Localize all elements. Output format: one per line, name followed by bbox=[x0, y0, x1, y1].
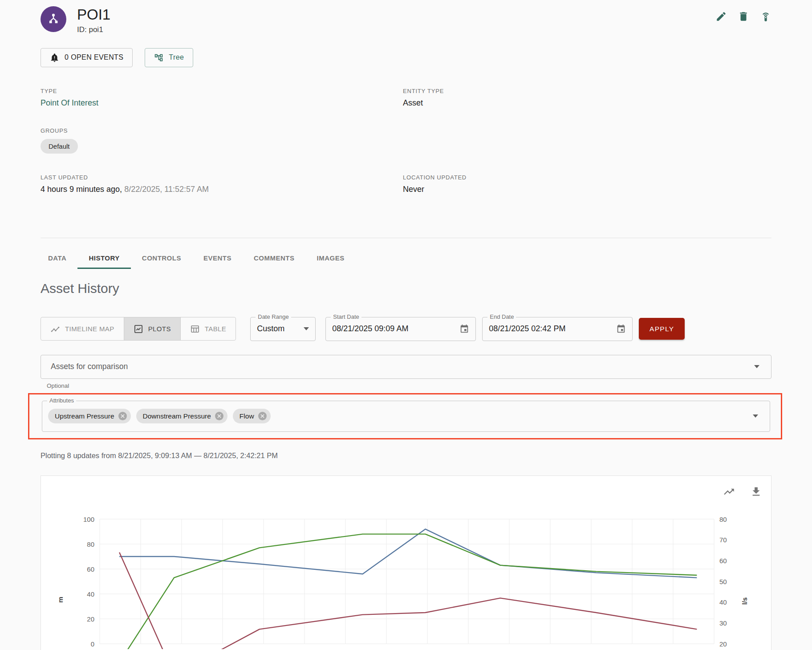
alert-bell-icon bbox=[50, 53, 59, 62]
chart-panel: 10080604020080706050403020ml/s bbox=[41, 475, 771, 650]
svg-text:30: 30 bbox=[719, 619, 727, 627]
svg-text:m: m bbox=[57, 597, 64, 602]
history-toolbar: TIMELINE MAP PLOTS TABLE Date Range Cust… bbox=[41, 317, 771, 341]
svg-text:100: 100 bbox=[83, 515, 94, 523]
sensor-antenna-icon bbox=[760, 11, 771, 22]
group-chip-default[interactable]: Default bbox=[41, 139, 78, 154]
open-events-label: 0 OPEN EVENTS bbox=[65, 53, 123, 61]
tab-data[interactable]: DATA bbox=[41, 248, 77, 269]
chip-close-icon[interactable] bbox=[118, 412, 127, 420]
asset-id: ID: poi1 bbox=[77, 25, 110, 34]
groups-label: GROUPS bbox=[41, 127, 403, 134]
attribute-chip-flow[interactable]: Flow bbox=[233, 409, 271, 423]
annotation-highlight-box: Attributes Upstream Pressure Downstream … bbox=[28, 393, 782, 439]
location-updated-label: LOCATION UPDATED bbox=[403, 174, 771, 181]
poi-network-icon bbox=[46, 12, 61, 26]
toggle-table[interactable]: TABLE bbox=[180, 317, 236, 341]
asset-detail-page: POI1 ID: poi1 bbox=[0, 0, 812, 650]
svg-text:20: 20 bbox=[719, 640, 727, 647]
tab-bar: DATA HISTORY CONTROLS EVENTS COMMENTS IM… bbox=[41, 248, 771, 269]
start-date-input[interactable]: Start Date 08/21/2025 09:09 AM bbox=[325, 317, 476, 341]
tab-images[interactable]: IMAGES bbox=[305, 248, 355, 269]
open-events-button[interactable]: 0 OPEN EVENTS bbox=[41, 48, 133, 67]
calendar-icon[interactable] bbox=[459, 324, 469, 334]
download-icon[interactable] bbox=[750, 486, 762, 498]
tab-events[interactable]: EVENTS bbox=[192, 248, 243, 269]
view-toggle-group: TIMELINE MAP PLOTS TABLE bbox=[41, 317, 236, 341]
location-updated-value: Never bbox=[403, 185, 771, 194]
svg-text:70: 70 bbox=[719, 536, 727, 544]
page-title: POI1 bbox=[77, 6, 110, 23]
tree-button[interactable]: Tree bbox=[145, 48, 193, 67]
svg-text:60: 60 bbox=[719, 557, 727, 565]
calendar-icon[interactable] bbox=[616, 324, 626, 334]
tree-label: Tree bbox=[169, 53, 184, 61]
edit-button[interactable] bbox=[715, 11, 727, 22]
svg-text:80: 80 bbox=[87, 540, 94, 548]
attribute-chip-downstream-pressure[interactable]: Downstream Pressure bbox=[136, 409, 227, 423]
svg-text:l/s: l/s bbox=[741, 597, 748, 605]
chevron-down-icon bbox=[304, 327, 309, 330]
tree-icon bbox=[154, 53, 163, 62]
svg-text:50: 50 bbox=[719, 577, 727, 585]
tab-comments[interactable]: COMMENTS bbox=[243, 248, 306, 269]
svg-text:20: 20 bbox=[87, 615, 94, 622]
header-actions bbox=[715, 6, 771, 22]
chip-close-icon[interactable] bbox=[258, 412, 267, 420]
date-range-select[interactable]: Date Range Custom bbox=[250, 317, 316, 341]
assets-placeholder: Assets for comparison bbox=[51, 362, 128, 371]
assets-comparison-select[interactable]: Assets for comparison bbox=[41, 355, 771, 379]
type-value-link[interactable]: Point Of Interest bbox=[41, 98, 403, 108]
apply-button[interactable]: APPLY bbox=[639, 318, 685, 340]
optional-helper: Optional bbox=[47, 382, 771, 389]
end-date-input[interactable]: End Date 08/21/2025 02:42 PM bbox=[482, 317, 633, 341]
divider bbox=[41, 238, 771, 238]
entity-type-value: Asset bbox=[403, 98, 771, 108]
trash-icon bbox=[738, 11, 749, 22]
header: POI1 ID: poi1 bbox=[41, 0, 771, 34]
end-date-value: 08/21/2025 02:42 PM bbox=[489, 324, 565, 333]
plot-icon bbox=[134, 324, 143, 334]
plot-summary: Plotting 8 updates from 8/21/2025, 9:09:… bbox=[41, 451, 771, 460]
last-updated-label: LAST UPDATED bbox=[41, 174, 403, 181]
svg-text:40: 40 bbox=[87, 590, 94, 597]
svg-text:80: 80 bbox=[719, 515, 727, 523]
avatar bbox=[41, 6, 66, 32]
section-heading: Asset History bbox=[41, 281, 771, 296]
sensor-button[interactable] bbox=[760, 11, 771, 22]
date-range-label: Date Range bbox=[256, 313, 291, 320]
toggle-timeline-map[interactable]: TIMELINE MAP bbox=[41, 317, 124, 341]
type-label: TYPE bbox=[41, 88, 403, 94]
trending-up-icon[interactable] bbox=[723, 486, 735, 498]
chevron-down-icon bbox=[754, 365, 759, 368]
svg-text:0: 0 bbox=[91, 640, 94, 647]
svg-text:60: 60 bbox=[87, 565, 94, 573]
attributes-label: Attributes bbox=[47, 397, 76, 404]
tab-controls[interactable]: CONTROLS bbox=[131, 248, 192, 269]
chip-close-icon[interactable] bbox=[215, 412, 223, 420]
table-icon bbox=[190, 324, 200, 334]
toggle-plots[interactable]: PLOTS bbox=[124, 317, 181, 341]
start-date-value: 08/21/2025 09:09 AM bbox=[332, 324, 408, 333]
date-range-value: Custom bbox=[257, 324, 284, 333]
history-line-chart: 10080604020080706050403020ml/s bbox=[41, 476, 772, 649]
attributes-select[interactable]: Attributes Upstream Pressure Downstream … bbox=[42, 401, 770, 432]
tab-history[interactable]: HISTORY bbox=[77, 248, 130, 269]
pencil-icon bbox=[715, 11, 727, 22]
chevron-down-icon bbox=[753, 414, 758, 418]
delete-button[interactable] bbox=[738, 11, 749, 22]
svg-text:40: 40 bbox=[719, 598, 727, 606]
entity-type-label: ENTITY TYPE bbox=[403, 88, 771, 94]
timeline-icon bbox=[50, 324, 60, 334]
last-updated-value: 4 hours 9 minutes ago, 8/22/2025, 11:52:… bbox=[41, 185, 403, 194]
attribute-chip-upstream-pressure[interactable]: Upstream Pressure bbox=[48, 409, 131, 423]
